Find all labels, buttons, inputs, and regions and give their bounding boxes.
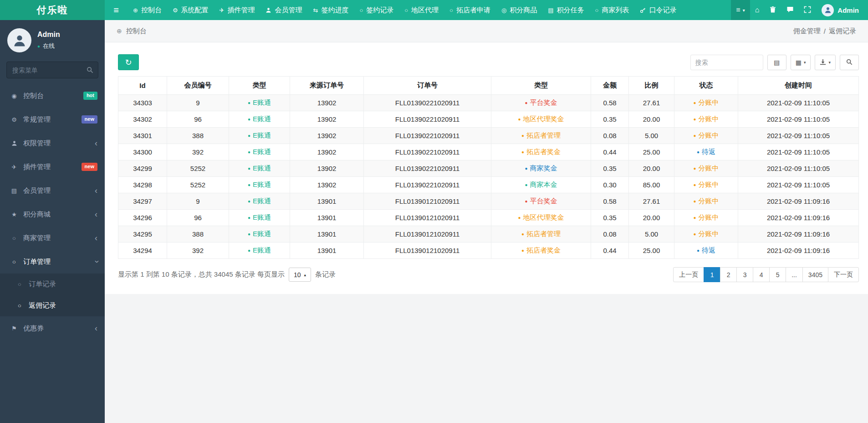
home-button[interactable]: ⌂ [750, 0, 765, 20]
cell-ratio: 20.00 [629, 160, 674, 177]
cell-order-no: FLL01390121020911 [364, 242, 491, 259]
cell-amount: 0.44 [591, 144, 629, 160]
sidebar-item-label: 优惠券 [23, 324, 44, 333]
caret-down-icon: ▾ [828, 60, 831, 65]
status-dot-icon: ● [518, 215, 521, 220]
columns-grid-icon: ▦ [796, 59, 802, 66]
columns-grid-button[interactable]: ▦▾ [791, 55, 811, 70]
chevron-left-icon: ‹ [95, 324, 97, 332]
table-search-input[interactable] [690, 55, 763, 70]
cell-ratio: 27.61 [629, 95, 674, 111]
column-header: 状态 [674, 77, 738, 95]
sidebar-profile: Admin ● 在线 [0, 20, 105, 57]
card-view-button[interactable]: ▤ [767, 55, 786, 70]
page-size-select[interactable]: 10 ▴ [289, 268, 311, 282]
status-dot-icon: ● [693, 100, 696, 105]
cell-amount: 0.35 [591, 160, 629, 177]
page-button-3405[interactable]: 3405 [802, 267, 828, 282]
cell-source-order-no: 13902 [290, 95, 364, 111]
circle-icon: ○ [10, 235, 18, 242]
caret-down-icon: ▾ [804, 60, 806, 65]
topnav-item-9[interactable]: ▤积分任务 [542, 0, 589, 20]
page-button-2[interactable]: 2 [720, 267, 737, 282]
topnav-item-0[interactable]: ⊕控制台 [128, 0, 167, 20]
menu-list-button[interactable]: ≡▾ [731, 0, 750, 20]
sidebar-item-label: 权限管理 [23, 139, 51, 148]
cell-bonus-type: ●拓店者奖金 [491, 144, 591, 160]
cell-amount: 0.58 [591, 95, 629, 111]
status-dot-icon: ● [248, 117, 250, 122]
page-button-5[interactable]: 5 [769, 267, 786, 282]
table-row: 34295388●E账通13901FLL01390121020911●拓店者管理… [118, 226, 859, 242]
main-content: ⊕ 控制台 佣金管理 / 返佣记录 ↻ ▤▦▾▾ Id会员编号类型来源订单号订单… [105, 20, 868, 423]
fullscreen-button[interactable] [799, 0, 816, 20]
topnav-item-2[interactable]: ✈插件管理 [214, 0, 260, 20]
page-button-4[interactable]: 4 [753, 267, 770, 282]
status-dot-icon: ● [697, 248, 700, 253]
message-button[interactable] [781, 0, 799, 20]
menu-search-input[interactable] [6, 62, 98, 78]
user-menu[interactable]: Admin [816, 0, 859, 20]
sidebar-item-0[interactable]: ◉控制台hot [0, 84, 105, 108]
cell-amount: 0.35 [591, 111, 629, 128]
column-header: 会员编号 [167, 77, 229, 95]
key-icon [640, 7, 646, 13]
sidebar-toggle-button[interactable]: ≡ [105, 0, 128, 20]
cell-status: ●分账中 [674, 210, 738, 226]
cell-status: ●分账中 [674, 177, 738, 193]
topnav-item-label: 地区代理 [411, 6, 439, 15]
dashboard-icon: ⊕ [117, 27, 122, 35]
breadcrumb-right: 佣金管理 / 返佣记录 [793, 27, 856, 36]
column-header: 比例 [629, 77, 674, 95]
topnav-item-10[interactable]: ○商家列表 [590, 0, 635, 20]
chevron-left-icon: ‹ [95, 210, 97, 218]
cell-bonus-type: ●地区代理奖金 [491, 210, 591, 226]
toolbar-right: ▤▦▾▾ [690, 55, 859, 70]
cell-order-no: FLL01390221020911 [364, 177, 491, 193]
topnav-item-8[interactable]: ◎积分商品 [496, 0, 542, 20]
badge-hot: hot [83, 92, 97, 99]
cell-order-no: FLL01390221020911 [364, 160, 491, 177]
sidebar-item-3[interactable]: ✈插件管理new [0, 155, 105, 179]
pagination: 上一页12345...3405下一页 [673, 267, 859, 282]
sidebar-item-5[interactable]: ★积分商城‹ [0, 202, 105, 226]
topnav-item-11[interactable]: 口令记录 [634, 0, 682, 20]
sidebar-item-2[interactable]: 权限管理‹ [0, 131, 105, 155]
sidebar: Admin ● 在线 ◉控制台hot⚙常规管理new权限管理‹✈插件管理new▤… [0, 20, 105, 423]
records-table: Id会员编号类型来源订单号订单号类型金额比例状态创建时间 343039●E账通1… [118, 76, 859, 259]
status-dot-icon: ● [693, 199, 696, 204]
brand-logo[interactable]: 付乐啦 [0, 0, 105, 20]
refresh-button[interactable]: ↻ [118, 54, 139, 70]
sidebar-item-6[interactable]: ○商家管理‹ [0, 226, 105, 250]
export-download-button[interactable]: ▾ [815, 55, 836, 70]
list-icon: ▤ [548, 7, 553, 14]
cell-source-order-no: 13901 [290, 193, 364, 210]
topnav-item-label: 积分商品 [510, 6, 537, 15]
page-button-3[interactable]: 3 [736, 267, 753, 282]
sidebar-subitem-0[interactable]: ○订单记录 [0, 273, 105, 295]
search-icon [87, 66, 93, 74]
sidebar-item-4[interactable]: ▤会员管理‹ [0, 179, 105, 202]
topnav-item-7[interactable]: ○拓店者申请 [444, 0, 496, 20]
topnav-item-3[interactable]: 会员管理 [260, 0, 307, 20]
cell-amount: 0.30 [591, 177, 629, 193]
cell-order-no: FLL01390221020911 [364, 128, 491, 144]
cell-source-order-no: 13902 [290, 177, 364, 193]
search-button[interactable] [840, 55, 859, 70]
topnav-item-6[interactable]: ○地区代理 [399, 0, 444, 20]
bullseye-icon: ◎ [501, 7, 506, 14]
topnav-item-5[interactable]: ○签约记录 [354, 0, 399, 20]
topnav-item-4[interactable]: ⇆签约进度 [307, 0, 354, 20]
sidebar-item-8[interactable]: ⚑优惠券‹ [0, 316, 105, 340]
topnav-item-1[interactable]: ⚙系统配置 [167, 0, 214, 20]
page-next-button[interactable]: 下一页 [828, 267, 859, 282]
sidebar-item-1[interactable]: ⚙常规管理new [0, 108, 105, 131]
online-status-label: 在线 [43, 42, 55, 50]
search-icon [846, 59, 853, 66]
cell-id: 34297 [118, 193, 167, 210]
sidebar-item-7[interactable]: ○订单管理‹ [0, 250, 105, 273]
page-prev-button[interactable]: 上一页 [673, 267, 704, 282]
trash-button[interactable] [764, 0, 781, 20]
sidebar-subitem-1[interactable]: ○返佣记录 [0, 295, 105, 316]
page-button-1[interactable]: 1 [704, 267, 720, 282]
